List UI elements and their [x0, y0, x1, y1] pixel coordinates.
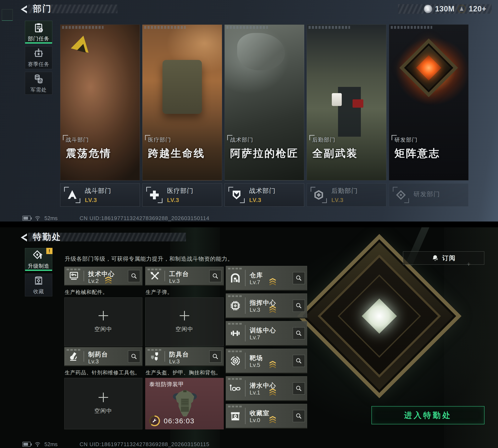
dept-card-tactical-image[interactable]: 战术部门 阿萨拉的枪匠	[225, 24, 304, 180]
tactical-dept-icon	[229, 187, 245, 203]
production-slot-idle[interactable]: 空闲中	[64, 297, 142, 346]
training-center-icon	[229, 327, 242, 340]
silver-coin-icon	[424, 5, 432, 13]
card-dept-tag: 后勤部门	[312, 136, 358, 144]
inspect-button[interactable]	[128, 270, 140, 282]
facility-level: Lv.3	[88, 358, 99, 365]
inspect-button[interactable]	[293, 410, 305, 422]
sidebar-item-dept-tasks[interactable]: 部门任务	[25, 21, 52, 44]
shooting-range-icon	[229, 354, 242, 367]
upgrade-chevrons-icon	[269, 306, 276, 313]
facility-level: Lv.0	[250, 417, 260, 424]
back-icon	[19, 5, 29, 14]
facility-training-center[interactable]: 训练中心 Lv.7	[226, 321, 307, 346]
card-hud-strip	[391, 26, 432, 29]
magnifier-icon	[295, 302, 302, 309]
inspect-button[interactable]	[293, 355, 305, 367]
divider	[245, 352, 246, 369]
facility-pharmacy[interactable]: 制药台 Lv.3	[64, 347, 142, 366]
divider	[245, 325, 246, 341]
card-title: 跨越生命线	[148, 146, 205, 160]
back-button[interactable]	[19, 5, 29, 14]
idle-label: 空闲中	[94, 407, 113, 415]
crafting-timer: 06:36:03	[149, 416, 194, 426]
sidebar-item-label: 军需处	[31, 86, 47, 93]
dept-card-combat-image[interactable]: 战斗部门 震荡危情	[60, 24, 140, 180]
battery-icon	[22, 442, 31, 447]
craft-timer-value: 06:36:03	[164, 417, 194, 425]
production-slot-idle[interactable]: 空闲中	[145, 297, 224, 346]
sidebar-item-label: 赛季任务	[28, 61, 50, 68]
card-dept-tag: 战术部门	[230, 136, 299, 144]
dept-footer-logistics[interactable]: 后勤部门 LV.3	[307, 183, 386, 207]
divider	[165, 351, 165, 362]
deco-dashes	[228, 295, 243, 297]
production-slot-crafting[interactable]: 泰坦防弹装甲 06:36:03	[145, 378, 224, 429]
facility-collection-room[interactable]: 收藏室 Lv.0	[226, 404, 307, 429]
facility-diving-center[interactable]: 潜水中心 Lv.1	[226, 376, 307, 401]
inspect-button[interactable]	[293, 300, 305, 312]
idle-label: 空闲中	[176, 325, 194, 333]
inspect-button[interactable]	[128, 351, 140, 363]
dept-card-logistics: 后勤部门 全副武装 后勤部门 LV.3	[307, 24, 386, 207]
card-title: 全副武装	[312, 146, 358, 160]
facility-warehouse[interactable]: 仓库 Lv.7	[226, 266, 307, 291]
command-center-icon	[229, 299, 242, 312]
facility-name: 制药台	[88, 350, 108, 359]
facility-command-center[interactable]: 指挥中心 Lv.3	[226, 293, 307, 318]
dept-footer-combat[interactable]: 战斗部门 LV.3	[60, 183, 140, 207]
dept-card-tactical: 战术部门 阿萨拉的枪匠 战术部门 LV.3	[225, 24, 304, 207]
sidebar-item-collection[interactable]: 收藏	[25, 273, 52, 296]
upgrade-chevrons-icon	[269, 388, 276, 396]
craft-progress-ring	[149, 416, 160, 426]
back-button[interactable]	[19, 233, 29, 242]
dept-card-logistics-image[interactable]: 后勤部门 全副武装	[307, 24, 386, 180]
facility-level: Lv.7	[250, 279, 260, 286]
season-tasks-icon	[33, 48, 44, 59]
workbench-icon	[148, 270, 161, 283]
silver-currency-value: 130M	[435, 5, 455, 13]
facility-tech-center[interactable]: 技术中心 Lv.2	[64, 267, 142, 286]
notification-badge: !	[46, 248, 52, 254]
inspect-button[interactable]	[209, 270, 221, 282]
gold-coin-icon	[458, 5, 466, 13]
card-title: 矩阵意志	[395, 146, 440, 160]
inspect-button[interactable]	[293, 383, 305, 395]
facility-level: Lv.3	[169, 358, 180, 365]
facility-workbench[interactable]: 工作台 Lv.3	[145, 267, 224, 286]
card-caption: 研发部门 矩阵意志	[395, 136, 440, 160]
subscribe-button[interactable]: 订阅	[403, 251, 484, 265]
dept-card-medical-image[interactable]: 医疗部门 跨越生命线	[142, 24, 222, 180]
armor-bench-icon	[148, 350, 161, 363]
facility-name: 靶场	[250, 354, 263, 362]
facility-level: Lv.2	[88, 278, 99, 284]
dept-card-rnd-image[interactable]: 研发部门 矩阵意志	[389, 24, 468, 180]
inspect-button[interactable]	[293, 327, 305, 339]
divider	[165, 271, 165, 281]
logistics-dept-icon	[311, 187, 327, 203]
facility-name: 收藏室	[250, 409, 269, 417]
inspect-button[interactable]	[293, 272, 305, 284]
wrench-icon	[152, 418, 157, 424]
enter-special-ops-button[interactable]: 进入特勤处	[371, 406, 484, 424]
dept-footer-rnd[interactable]: 研发部门	[389, 183, 468, 207]
core-cube-deco	[399, 39, 458, 97]
facility-shooting-range[interactable]: 靶场 Lv.5	[226, 349, 307, 374]
ping-value: 52ms	[44, 441, 58, 448]
status-bar: 52ms CN UID:186197711324278369288_202603…	[22, 214, 479, 222]
bell-icon	[432, 254, 439, 262]
dept-footer-medical[interactable]: 医疗部门 LV.3	[142, 183, 222, 207]
collection-icon	[33, 275, 44, 286]
dept-footer-tactical[interactable]: 战术部门 LV.3	[225, 183, 304, 207]
special-ops-screen: + + 特勤处 ! 升级制造 收藏 升级各部门等级，可获得专属能力提升，和制造战…	[0, 227, 498, 448]
battery-icon	[22, 216, 31, 221]
sidebar-item-quartermaster[interactable]: 军需处	[25, 72, 52, 95]
wifi-icon	[34, 441, 41, 447]
currency-bar[interactable]: 130M 120+	[398, 4, 492, 14]
facility-name: 仓库	[250, 271, 263, 280]
inspect-button[interactable]	[209, 351, 221, 363]
sidebar-item-upgrade-craft[interactable]: ! 升级制造	[25, 248, 52, 271]
production-slot-idle[interactable]: 空闲中	[64, 378, 142, 429]
sidebar-item-season-tasks[interactable]: 赛季任务	[25, 46, 52, 69]
facility-armor-bench[interactable]: 防具台 Lv.3	[145, 347, 224, 366]
